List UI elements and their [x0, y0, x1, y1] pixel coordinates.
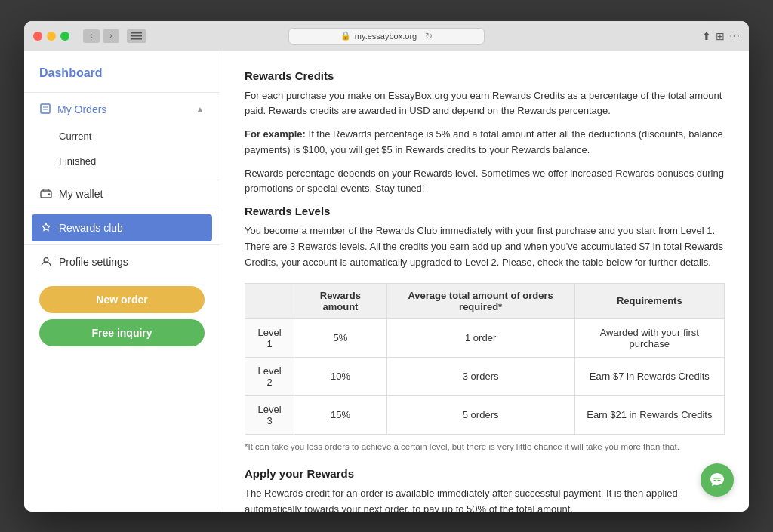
lock-icon: 🔒	[340, 31, 351, 41]
table-row: Level 3 15% 5 orders Earn $21 in Rewards…	[245, 395, 725, 434]
my-wallet-label: My wallet	[59, 188, 103, 200]
sidebar-item-profile-settings[interactable]: Profile settings	[24, 248, 220, 275]
rewards-icon	[39, 221, 53, 235]
sidebar-item-rewards-club[interactable]: Rewards club	[32, 214, 212, 241]
sidebar-item-current[interactable]: Current	[24, 124, 220, 149]
apply-rewards-title: Apply your Rewards	[245, 467, 725, 480]
wallet-icon	[39, 187, 53, 201]
sidebar-toggle-button[interactable]	[127, 29, 146, 43]
back-button[interactable]: ‹	[83, 29, 100, 43]
level-1-requirements: Awarded with your first purchase	[574, 318, 724, 357]
apply-rewards-p1: The Rewards credit for an order is avail…	[245, 486, 725, 512]
maximize-button[interactable]	[60, 32, 69, 41]
svg-rect-3	[41, 104, 50, 113]
finished-label: Finished	[59, 155, 96, 167]
table-note: *It can take you less orders to achieve …	[245, 441, 725, 454]
rewards-club-label: Rewards club	[59, 222, 123, 234]
table-header-empty	[245, 283, 294, 318]
free-inquiry-button[interactable]: Free inquiry	[39, 319, 205, 346]
content-area: Dashboard My Orders ▲ Current Finished	[24, 51, 749, 512]
new-tab-button[interactable]: ⊞	[716, 30, 725, 42]
table-header-rewards-amount: Rewards amount	[294, 283, 386, 318]
rewards-credits-p1: For each purchase you make on EssayBox.o…	[245, 88, 725, 120]
profile-settings-label: Profile settings	[59, 256, 128, 268]
level-1-amount: 5%	[294, 318, 386, 357]
sidebar: Dashboard My Orders ▲ Current Finished	[24, 51, 220, 512]
example-label: For example:	[245, 128, 306, 140]
example-text: If the Rewards percentage is 5% and a to…	[245, 128, 723, 155]
level-1-label: Level 1	[245, 318, 294, 357]
divider-3	[24, 211, 220, 211]
rewards-credits-title: Rewards Credits	[245, 69, 725, 82]
level-2-requirements: Earn $7 in Rewards Credits	[574, 357, 724, 395]
level-3-orders: 5 orders	[386, 395, 574, 434]
level-3-requirements: Earn $21 in Rewards Credits	[574, 395, 724, 434]
profile-icon	[39, 255, 53, 269]
main-content: Rewards Credits For each purchase you ma…	[220, 51, 749, 512]
level-3-label: Level 3	[245, 395, 294, 434]
url-bar[interactable]: 🔒 my.essaybox.org ↻	[288, 28, 485, 45]
level-2-amount: 10%	[294, 357, 386, 395]
close-button[interactable]	[33, 32, 42, 41]
titlebar: ‹ › 🔒 my.essaybox.org ↻ ⬆ ⊞ ⋯	[24, 21, 749, 51]
svg-rect-0	[131, 32, 142, 34]
my-orders-label: My Orders	[57, 103, 106, 115]
sidebar-dashboard-label[interactable]: Dashboard	[24, 66, 220, 89]
url-text: my.essaybox.org	[355, 32, 417, 41]
sidebar-item-my-orders[interactable]: My Orders ▲	[24, 96, 220, 124]
divider-4	[24, 244, 220, 245]
share-button[interactable]: ⬆	[702, 30, 711, 42]
divider-2	[24, 177, 220, 177]
current-label: Current	[59, 131, 91, 142]
table-header-average-orders: Average total amount of orders required*	[386, 283, 574, 318]
table-row: Level 2 10% 3 orders Earn $7 in Rewards …	[245, 357, 725, 395]
level-3-amount: 15%	[294, 395, 386, 434]
divider-1	[24, 92, 220, 93]
minimize-button[interactable]	[47, 32, 56, 41]
sidebar-buttons: New order Free inquiry	[24, 275, 220, 357]
table-row: Level 1 5% 1 order Awarded with your fir…	[245, 318, 725, 357]
level-2-label: Level 2	[245, 357, 294, 395]
rewards-levels-title: Rewards Levels	[245, 204, 725, 217]
level-1-orders: 1 order	[386, 318, 574, 357]
table-header-requirements: Requirements	[574, 283, 724, 318]
level-2-orders: 3 orders	[386, 357, 574, 395]
rewards-table: Rewards amount Average total amount of o…	[245, 283, 725, 435]
rewards-levels-p1: You become a member of the Rewards Club …	[245, 223, 725, 270]
rewards-credits-example: For example: If the Rewards percentage i…	[245, 127, 725, 158]
svg-rect-2	[131, 38, 142, 40]
refresh-icon[interactable]: ↻	[425, 31, 433, 42]
rewards-credits-p2: Rewards percentage depends on your Rewar…	[245, 166, 725, 198]
chevron-up-icon: ▲	[196, 104, 205, 115]
forward-button[interactable]: ›	[103, 29, 119, 43]
sidebar-item-my-wallet[interactable]: My wallet	[24, 180, 220, 208]
orders-icon	[39, 103, 51, 117]
sidebar-item-finished[interactable]: Finished	[24, 149, 220, 174]
svg-point-7	[48, 193, 50, 195]
new-order-button[interactable]: New order	[39, 286, 205, 313]
svg-rect-1	[131, 35, 142, 37]
chat-button[interactable]	[701, 463, 734, 497]
more-button[interactable]: ⋯	[729, 30, 740, 42]
